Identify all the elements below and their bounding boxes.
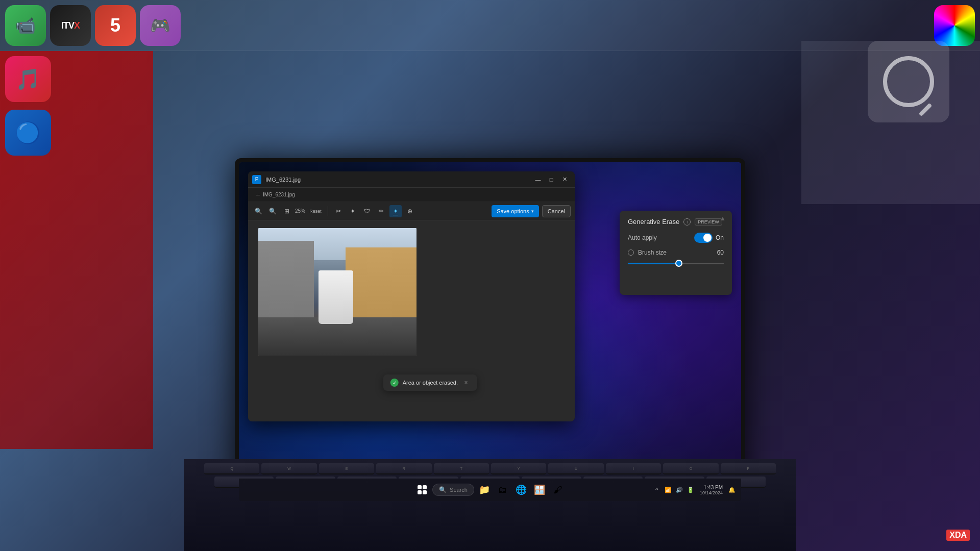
slider-thumb[interactable]	[675, 260, 682, 267]
photo-building-left	[258, 241, 314, 330]
volume-icon[interactable]: 🔊	[674, 485, 684, 495]
sparkle-tool-button[interactable]: ✦	[347, 205, 359, 217]
toast-success-icon: ✓	[390, 379, 399, 387]
photo-cup	[318, 270, 353, 324]
xda-logo: XDA	[946, 530, 970, 541]
key-w[interactable]: W	[261, 463, 316, 474]
select-tool-button[interactable]: 🛡	[361, 205, 373, 217]
ch5-app-icon[interactable]: 5	[95, 5, 136, 46]
taskbar-clock[interactable]: 1:43 PM 10/14/2024	[698, 484, 725, 496]
key-o[interactable]: O	[663, 463, 718, 474]
key-q[interactable]: Q	[204, 463, 259, 474]
pen-tool-button[interactable]: ✏	[375, 205, 387, 217]
zoom-out-button[interactable]: 🔍	[252, 205, 264, 217]
magnifier-handle	[919, 103, 933, 117]
brush-size-label: Brush size	[638, 249, 713, 256]
taskbar-edge-icon[interactable]: 🌐	[513, 482, 529, 498]
key-i[interactable]: I	[606, 463, 661, 474]
paint-toolbar: 🔍 🔍 ⊞ 25% Reset ✂ ✦ 🛡 ✏	[248, 202, 575, 220]
slider-fill	[628, 263, 680, 264]
back-nav-button[interactable]: ← IMG_6231.jpg	[252, 190, 298, 199]
win-square-3	[418, 490, 422, 494]
brush-size-section: Brush size 60	[628, 249, 724, 267]
magnifier-circle	[883, 56, 934, 107]
maximize-button[interactable]: □	[545, 173, 557, 186]
background: 📹 ITVX 5 🎮 🎵 🔵	[0, 0, 980, 551]
key-y[interactable]: Y	[491, 463, 546, 474]
start-button[interactable]	[414, 482, 430, 498]
desktop-top-icons: 📹 ITVX 5 🎮	[0, 0, 980, 46]
auto-apply-toggle[interactable]	[694, 233, 713, 243]
paint-window-title: IMG_6231.jpg	[265, 177, 528, 183]
key-u[interactable]: U	[548, 463, 603, 474]
key-e[interactable]: E	[319, 463, 374, 474]
minimize-button[interactable]: —	[532, 173, 544, 186]
brush-size-slider[interactable]	[628, 259, 724, 267]
facetime-app-icon[interactable]: 📹	[5, 5, 46, 46]
crop-tool-button[interactable]: ✂	[332, 205, 345, 217]
paint-canvas-area	[248, 220, 575, 421]
taskbar-search[interactable]: 🔍 Search	[432, 484, 474, 496]
key-t[interactable]: T	[434, 463, 489, 474]
left-side-icons: 🎵 🔵	[0, 51, 61, 161]
star-tool-button[interactable]: ⊕	[404, 205, 416, 217]
toast-message: Area or object erased.	[403, 380, 458, 386]
fit-screen-button[interactable]: ⊞	[281, 205, 293, 217]
zoom-controls: 🔍 🔍 ⊞ 25% Reset	[252, 205, 324, 217]
brush-size-value: 60	[717, 249, 724, 256]
auto-apply-label: Auto apply	[628, 234, 657, 241]
taskbar-store-icon[interactable]: 🪟	[531, 482, 548, 498]
slider-track	[628, 263, 724, 264]
photo-scene	[258, 228, 416, 356]
blue-app-icon[interactable]: 🔵	[5, 110, 51, 156]
key-r[interactable]: R	[376, 463, 431, 474]
toast-close-button[interactable]: ×	[462, 379, 470, 387]
brush-size-row: Brush size 60	[628, 249, 724, 256]
save-options-button[interactable]: Save options ▾	[492, 205, 539, 217]
auto-apply-row: Auto apply On	[628, 233, 724, 243]
battery-icon[interactable]: 🔋	[685, 485, 696, 495]
screen-bezel: P IMG_6231.jpg — □ ✕ ←	[235, 158, 745, 505]
panel-collapse-arrow[interactable]: ▲	[720, 215, 726, 222]
windows-logo-icon	[418, 485, 427, 494]
taskbar-center: 🔍 Search 📁 🗂 🌐 🪟 🖌	[414, 482, 566, 498]
screen-inner: P IMG_6231.jpg — □ ✕ ←	[239, 162, 741, 501]
gen-erase-panel: ▲ Generative Erase i PREVIEW Auto apply	[620, 211, 732, 295]
notification-bell-icon[interactable]: 🔔	[727, 485, 737, 495]
laptop-keyboard: Q W E R T Y U I O P A S D F G H J K L	[184, 459, 796, 551]
colorwheel-app-icon[interactable]	[934, 5, 975, 46]
reset-button[interactable]: Reset	[307, 205, 324, 217]
paint-titlebar: P IMG_6231.jpg — □ ✕	[248, 171, 575, 188]
back-arrow-icon: ←	[255, 191, 261, 198]
taskbar-right: ^ 📶 🔊 🔋 1:43 PM 10/14/2024 🔔	[652, 484, 737, 496]
game-app-icon[interactable]: 🎮	[140, 5, 181, 46]
close-button[interactable]: ✕	[558, 173, 571, 186]
erase-tool-button[interactable]: ✦	[389, 205, 402, 217]
gen-erase-title: Generative Erase	[628, 218, 679, 226]
menu-filename: IMG_6231.jpg	[263, 192, 295, 197]
laptop-body: P IMG_6231.jpg — □ ✕ ←	[184, 143, 796, 551]
taskbar-folder-icon[interactable]: 🗂	[495, 482, 511, 498]
key-p[interactable]: P	[721, 463, 776, 474]
search-icon: 🔍	[439, 486, 447, 493]
info-icon[interactable]: i	[683, 218, 691, 226]
cancel-button[interactable]: Cancel	[542, 205, 571, 217]
toggle-knob	[703, 234, 712, 242]
win-square-4	[423, 490, 427, 494]
paint-window: P IMG_6231.jpg — □ ✕ ←	[248, 171, 575, 421]
win-square-2	[423, 485, 427, 489]
win-square-1	[418, 485, 422, 489]
music-app-icon[interactable]: 🎵	[5, 56, 51, 102]
current-date: 10/14/2024	[700, 490, 723, 495]
windows-desktop: P IMG_6231.jpg — □ ✕ ←	[239, 162, 741, 501]
tool-buttons: ✂ ✦ 🛡 ✏ ✦ ⊕	[332, 205, 416, 217]
itvx-app-icon[interactable]: ITVX	[50, 5, 91, 46]
zoom-level: 25%	[295, 208, 305, 214]
network-icon[interactable]: 📶	[663, 485, 673, 495]
taskbar-explorer-icon[interactable]: 📁	[476, 482, 493, 498]
toggle-container: On	[694, 233, 724, 243]
brush-icon	[628, 249, 634, 256]
chevron-up-icon[interactable]: ^	[652, 485, 662, 495]
taskbar-paint-icon[interactable]: 🖌	[550, 482, 566, 498]
zoom-in-button[interactable]: 🔍	[266, 205, 279, 217]
